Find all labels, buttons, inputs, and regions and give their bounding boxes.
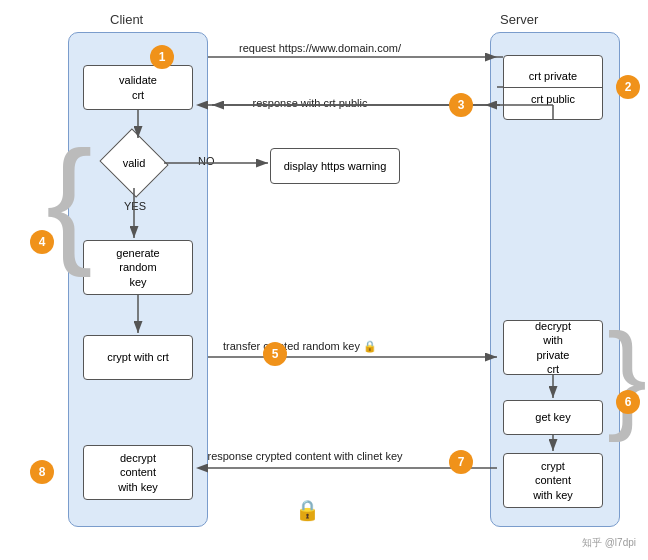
get-key-box: get key	[503, 400, 603, 435]
valid-diamond: valid	[104, 138, 164, 188]
server-label: Server	[500, 12, 538, 27]
badge-8: 8	[30, 460, 54, 484]
display-warning-box: display https warning	[270, 148, 400, 184]
badge-3: 3	[449, 93, 473, 117]
step1-label: request https://www.domain.com/	[170, 42, 470, 54]
step5-label: transfer crypted random key 🔒	[170, 340, 430, 353]
generate-random-key-box: generate random key	[83, 240, 193, 295]
brace-4: {	[46, 130, 93, 270]
crt-box: crt private crt public	[503, 55, 603, 120]
lock-icon-bottom: 🔒	[295, 498, 320, 522]
badge-6: 6	[616, 390, 640, 414]
badge-7: 7	[449, 450, 473, 474]
badge-4: 4	[30, 230, 54, 254]
badge-5: 5	[263, 342, 287, 366]
decrypt-private-crt-box: decrypt with private crt	[503, 320, 603, 375]
step7-label: response crypted content with clinet key	[170, 450, 440, 462]
crypt-content-box: crypt content with key	[503, 453, 603, 508]
diagram: Client Server validate crt valid generat…	[0, 0, 648, 560]
badge-1: 1	[150, 45, 174, 69]
badge-2: 2	[616, 75, 640, 99]
brace-6: }	[607, 315, 647, 435]
yes-label: YES	[124, 200, 146, 212]
step3-label: response with crt public	[170, 97, 450, 109]
watermark: 知乎 @l7dpi	[582, 536, 636, 550]
client-label: Client	[110, 12, 143, 27]
no-label: NO	[198, 155, 215, 167]
